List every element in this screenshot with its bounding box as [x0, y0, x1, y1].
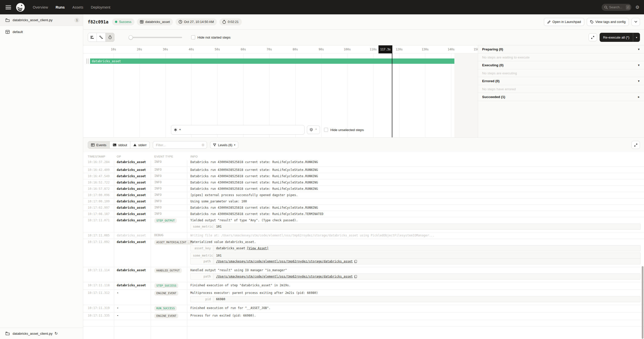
- axis-tick-label: 100s: [344, 48, 351, 51]
- op-selector-icon: [174, 128, 177, 132]
- sidebar-item-default-job[interactable]: default: [0, 26, 83, 38]
- waterfall-layout-button[interactable]: [97, 33, 106, 42]
- pencil-icon: [547, 20, 551, 24]
- log-info: Yielded output "result" of type "Any". (…: [187, 217, 644, 232]
- log-toolbar: Events stdout stderr Filter... ⊗: [83, 138, 644, 152]
- log-op: databricks_asset: [114, 179, 151, 186]
- log-timestamp: 10:16:47.549: [83, 173, 114, 179]
- copy-icon[interactable]: [354, 275, 357, 278]
- axis-tick-label: 40s: [189, 48, 194, 51]
- column-header-info: INFO: [187, 155, 644, 158]
- search-input[interactable]: Search... /: [602, 4, 631, 11]
- log-op: databricks_asset: [114, 239, 151, 267]
- step-query-options-button[interactable]: ⌃: [307, 126, 320, 134]
- axis-tick-label: 110s: [370, 48, 377, 51]
- log-tabs: Events stdout stderr: [88, 141, 150, 149]
- hamburger-menu-icon[interactable]: [6, 5, 11, 9]
- panel-section-executing[interactable]: Executing (0) ▾: [478, 61, 644, 69]
- metadata-row: pid 66980: [191, 296, 640, 302]
- event-log-table: TIMESTAMP OP EVENT TYPE INFO 10:16:37.28…: [83, 152, 644, 339]
- log-fullscreen-button[interactable]: [631, 141, 640, 149]
- view-asset-link[interactable]: [View Asset]: [247, 246, 269, 250]
- section-chevron-icon: ▸: [638, 95, 639, 99]
- tab-stdout[interactable]: stdout: [109, 141, 130, 149]
- nav-link-deployment[interactable]: Deployment: [91, 5, 110, 9]
- checkbox-icon[interactable]: [324, 128, 328, 132]
- log-info: Databricks run 43009438525818 current st…: [187, 211, 644, 217]
- clear-filter-icon[interactable]: ⊗: [201, 143, 205, 147]
- axis-tick-label: 70s: [267, 48, 272, 51]
- log-scrollbar-thumb[interactable]: [642, 266, 643, 339]
- metadata-path-link[interactable]: /Users/smackesey/stm/code/elementl/oss/t…: [216, 260, 353, 263]
- dagster-logo[interactable]: [16, 3, 25, 12]
- flat-layout-button[interactable]: [88, 33, 97, 42]
- log-info: Multiprocess executor: parent process ex…: [187, 290, 644, 305]
- view-tags-config-button[interactable]: View tags and config: [587, 18, 629, 26]
- levels-filter-button[interactable]: Levels (6) ▾: [210, 141, 238, 149]
- log-timestamp: 10:17:11.312: [83, 290, 114, 305]
- log-timestamp: 10:17:11.114: [83, 267, 114, 282]
- log-info: Handled output "result" using IO manager…: [187, 267, 644, 282]
- log-op: databricks_asset: [114, 282, 151, 290]
- log-row: 10:17:11.335 - ENGINE_EVENT Process for …: [83, 313, 644, 320]
- step-selector-input[interactable]: *: [171, 125, 305, 135]
- log-timestamp: 10:16:57.872: [83, 186, 114, 192]
- metadata-value: /Users/smackesey/stm/code/elementl/oss/t…: [213, 259, 360, 264]
- tab-stderr[interactable]: stderr: [130, 141, 150, 149]
- sidebar-item-code-location[interactable]: databricks_asset_client.py 1: [0, 14, 83, 26]
- panel-section-preparing[interactable]: Preparing (0) ▾: [478, 45, 644, 53]
- copy-icon[interactable]: [354, 260, 357, 263]
- metadata-path-link[interactable]: /Users/smackesey/stm/code/elementl/oss/t…: [216, 275, 353, 278]
- panel-section-succeeded[interactable]: Succeeded (1) ▸: [478, 93, 644, 101]
- log-timestamp: 10:16:42.409: [83, 167, 114, 173]
- gear-icon[interactable]: ⚙: [635, 5, 639, 10]
- nav-link-runs[interactable]: Runs: [55, 5, 65, 9]
- log-event-type: STEP_OUTPUT: [151, 217, 187, 232]
- gantt-fullscreen-button[interactable]: [589, 33, 597, 41]
- metadata-value: 101: [213, 224, 224, 229]
- timed-layout-button[interactable]: [105, 33, 114, 42]
- hide-unselected-checkbox-row[interactable]: Hide unselected steps: [324, 128, 364, 132]
- chevron-up-icon: ⌃: [315, 128, 317, 132]
- log-row: 10:17:11.118 databricks_asset STEP_SUCCE…: [83, 282, 644, 290]
- log-event-type: ENGINE_EVENT: [151, 290, 187, 305]
- funnel-icon: [213, 143, 216, 146]
- run-actions-menu-button[interactable]: [631, 18, 640, 26]
- reload-icon[interactable]: ↻: [54, 331, 58, 336]
- panel-section-errored[interactable]: Errored (0) ▾: [478, 77, 644, 85]
- clock-icon: [179, 20, 182, 24]
- log-timestamp: 10:17:11.118: [83, 282, 114, 290]
- expand-icon: [634, 143, 638, 147]
- tab-events[interactable]: Events: [88, 141, 110, 149]
- log-row: 10:16:42.409 databricks_asset INFO Datab…: [83, 167, 644, 173]
- log-row: 10:17:11.071 databricks_asset STEP_OUTPU…: [83, 217, 644, 232]
- metadata-table: some_metric 101 path /Users/smackesey/st…: [190, 253, 640, 264]
- step-selector-value: *: [179, 128, 181, 132]
- reexecute-menu-caret-icon[interactable]: ▾: [633, 36, 640, 39]
- axis-tick-label: 90s: [319, 48, 324, 51]
- log-row: 10:17:02.997 databricks_asset INFO Datab…: [83, 205, 644, 211]
- log-filter-input[interactable]: Filter... ⊗: [153, 141, 207, 149]
- metadata-label: path: [191, 259, 213, 264]
- axis-tick-label: 60s: [241, 48, 246, 51]
- open-in-launchpad-button[interactable]: Open in Launchpad: [544, 18, 584, 26]
- axis-tick-label: 140s: [448, 48, 455, 51]
- search-shortcut-key: /: [626, 5, 630, 10]
- nav-link-assets[interactable]: Assets: [72, 5, 83, 9]
- nav-link-overview[interactable]: Overview: [33, 5, 48, 9]
- after-run-shading: [454, 53, 478, 137]
- layers-icon: [310, 128, 313, 132]
- stopwatch-icon: [108, 35, 112, 39]
- checkbox-icon[interactable]: [191, 35, 195, 39]
- section-empty-caption: No steps are waiting to execute: [478, 53, 644, 61]
- job-name-pill[interactable]: databricks_asset: [137, 18, 173, 25]
- zoom-slider-knob[interactable]: [129, 35, 133, 40]
- log-op: databricks_asset: [114, 186, 151, 192]
- hide-not-started-checkbox-row[interactable]: Hide not started steps: [191, 35, 230, 39]
- sidebar: databricks_asset_client.py 1 default dat…: [0, 14, 83, 339]
- reexecute-all-button[interactable]: Re-execute all (*) ▾: [600, 33, 640, 42]
- gantt-step-bar[interactable]: databricks_asset: [90, 58, 454, 64]
- top-nav: OverviewRunsAssetsDeployment Search... /…: [0, 0, 644, 14]
- log-info: Materialized value databricks_asset. ass…: [187, 239, 644, 267]
- zoom-slider[interactable]: [129, 37, 182, 38]
